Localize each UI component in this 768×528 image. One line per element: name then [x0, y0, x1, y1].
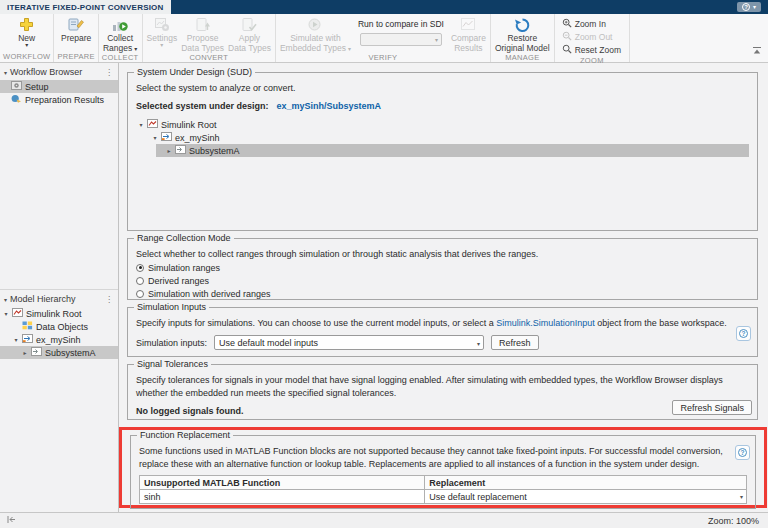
tree-item-label: ex_mySinh: [175, 133, 220, 143]
radio-button-icon[interactable]: [136, 290, 144, 298]
simulation-inputs-help-button[interactable]: ?: [736, 326, 751, 341]
caret-down-icon: ▾: [25, 43, 28, 48]
simulate-embedded-types-button[interactable]: Simulate with Embedded Types▾: [278, 15, 353, 53]
refresh-signals-button[interactable]: Refresh Signals: [672, 400, 752, 415]
help-icon: ?: [742, 3, 750, 11]
tree-item-subsystema[interactable]: ▸ SubsystemA: [0, 346, 118, 359]
radio-simulation-with-derived-ranges[interactable]: Simulation with derived ranges: [136, 287, 749, 300]
restore-original-model-button[interactable]: Restore Original Model: [493, 15, 552, 53]
apply-label-line2: Data Types: [228, 43, 271, 53]
workflow-browser-header[interactable]: ▾ Workflow Browser ⋮: [0, 63, 118, 80]
simulation-inputs-title: Simulation Inputs: [134, 302, 209, 312]
workflow-item-label: Setup: [25, 82, 49, 92]
sud-selected-link[interactable]: ex_mySinh/SubsystemA: [277, 101, 382, 111]
tree-collapsed-icon[interactable]: ▸: [22, 349, 28, 356]
ribbon-section-zoom: Zoom In Zoom Out Reset Zoom: [555, 14, 630, 62]
simulate-label-line2: Embedded Types: [280, 43, 346, 53]
new-icon: [19, 16, 34, 33]
replacement-select[interactable]: Use default replacement ▾: [425, 490, 747, 504]
ribbon-section-label: WORKFLOW: [0, 52, 53, 62]
ribbon-section-verify: Simulate with Embedded Types▾ Run to com…: [276, 14, 491, 62]
function-replacement-highlight: Function Replacement Some functions used…: [119, 427, 767, 508]
settings-button[interactable]: Settings ▾: [145, 15, 180, 53]
apply-data-types-icon: [241, 16, 257, 33]
app-body: ▾ Workflow Browser ⋮ Setup Preparation R…: [0, 63, 768, 512]
tree-expanded-icon[interactable]: ▾: [152, 134, 158, 141]
radio-label: Derived ranges: [148, 276, 209, 286]
function-replacement-title: Function Replacement: [137, 430, 233, 440]
tree-expanded-icon[interactable]: ▾: [138, 121, 144, 128]
model-hierarchy-header[interactable]: ▾ Model Hierarchy ⋮: [0, 290, 118, 307]
zoom-out-button[interactable]: Zoom Out: [562, 31, 621, 43]
simulation-inputs-select[interactable]: Use default model inputs ▾: [214, 335, 484, 350]
tree-expanded-icon[interactable]: ▾: [13, 336, 19, 343]
description-text: Specify inputs for simulations. You can …: [136, 318, 496, 328]
help-icon: ?: [738, 448, 747, 457]
ribbon: New ▾ WORKFLOW Prepare PREPARE: [0, 14, 768, 63]
simulation-inputs-label: Simulation inputs:: [136, 338, 207, 348]
ribbon-section-convert: Settings ▾ Propose Data Types: [143, 14, 276, 62]
zoom-in-button[interactable]: Zoom In: [562, 18, 621, 30]
toolstrip-tab[interactable]: ITERATIVE FIXED-POINT CONVERSION: [0, 0, 171, 14]
model-icon: [22, 334, 33, 345]
collapse-ribbon-icon[interactable]: [752, 41, 762, 59]
tree-item-label: ex_mySinh: [36, 335, 81, 345]
radio-simulation-ranges[interactable]: Simulation ranges: [136, 261, 749, 274]
function-replacement-description: Some functions used in MATLAB Function b…: [139, 445, 727, 471]
propose-data-types-button[interactable]: Propose Data Types: [179, 15, 226, 53]
reset-zoom-icon: [562, 44, 572, 56]
sud-tree-item-simulink-root[interactable]: ▾ Simulink Root: [136, 118, 749, 131]
signal-tolerances-title: Signal Tolerances: [134, 359, 211, 369]
panel-menu-icon[interactable]: ⋮: [105, 68, 114, 77]
tree-item-ex-mysinh[interactable]: ▾ ex_mySinh: [0, 333, 118, 346]
app-window: ITERATIVE FIXED-POINT CONVERSION ? ▾ New…: [0, 0, 768, 528]
collapse-sidebar-icon[interactable]: [7, 515, 16, 526]
sud-tree-item-ex-mysinh[interactable]: ▾ ex_mySinh: [136, 131, 749, 144]
help-menu-button[interactable]: ? ▾: [737, 2, 761, 12]
panel-menu-icon[interactable]: ⋮: [105, 295, 114, 304]
tree-item-data-objects[interactable]: Data Objects: [0, 320, 118, 333]
zoom-level-status: Zoom: 100%: [708, 516, 759, 526]
compare-results-button[interactable]: Compare Results: [449, 15, 488, 53]
radio-label: Simulation with derived ranges: [148, 289, 271, 299]
model-hierarchy-panel: ▾ Model Hierarchy ⋮ ▾ Simulink Root Data…: [0, 289, 118, 512]
tree-collapsed-icon[interactable]: ▸: [166, 147, 172, 154]
radio-derived-ranges[interactable]: Derived ranges: [136, 274, 749, 287]
ribbon-section-workflow: New ▾ WORKFLOW: [0, 14, 54, 62]
radio-button-icon[interactable]: [136, 277, 144, 285]
refresh-button[interactable]: Refresh: [491, 335, 539, 350]
model-icon: [161, 132, 172, 143]
apply-data-types-button[interactable]: Apply Data Types: [226, 15, 273, 53]
apply-label-line1: Apply: [239, 33, 260, 43]
tree-item-simulink-root[interactable]: ▾ Simulink Root: [0, 307, 118, 320]
radio-button-icon[interactable]: [136, 264, 144, 272]
statusbar: Zoom: 100%: [0, 512, 768, 528]
function-replacement-table: Unsupported MATLAB Function Replacement …: [139, 475, 747, 504]
new-button[interactable]: New ▾: [16, 15, 37, 52]
titlebar: ITERATIVE FIXED-POINT CONVERSION ? ▾: [0, 0, 768, 14]
prepare-button[interactable]: Prepare: [59, 15, 93, 52]
caret-down-icon: ▾: [740, 493, 743, 501]
sud-tree-item-subsystema[interactable]: ▸ SubsystemA: [156, 144, 749, 157]
compare-results-icon: [460, 16, 476, 33]
workflow-item-setup[interactable]: Setup: [0, 80, 118, 93]
workflow-item-preparation-results[interactable]: Preparation Results: [0, 93, 118, 106]
zoom-in-icon: [562, 18, 572, 30]
function-replacement-help-button[interactable]: ?: [735, 445, 750, 460]
restore-icon: [514, 16, 531, 33]
collect-ranges-button[interactable]: Collect Ranges▾: [101, 15, 139, 53]
restore-label-line1: Restore: [507, 33, 537, 43]
caret-down-icon: ▾: [435, 36, 438, 44]
settings-icon: [154, 16, 170, 33]
sdi-run-select[interactable]: ▾: [360, 33, 442, 46]
simulationinput-link[interactable]: Simulink.SimulationInput: [496, 318, 595, 328]
table-header-replacement: Replacement: [425, 476, 747, 490]
reset-zoom-button[interactable]: Reset Zoom: [562, 44, 621, 56]
sidebar: ▾ Workflow Browser ⋮ Setup Preparation R…: [0, 63, 119, 512]
caret-down-icon: ▾: [348, 46, 351, 52]
ribbon-section-label: COLLECT: [99, 53, 142, 62]
range-collection-group: Range Collection Mode Select whether to …: [127, 238, 758, 300]
no-logged-signals-status: No logged signals found.: [136, 406, 749, 416]
tree-expanded-icon[interactable]: ▾: [3, 310, 9, 317]
signal-tolerances-group: Signal Tolerances Specify tolerances for…: [127, 364, 758, 420]
